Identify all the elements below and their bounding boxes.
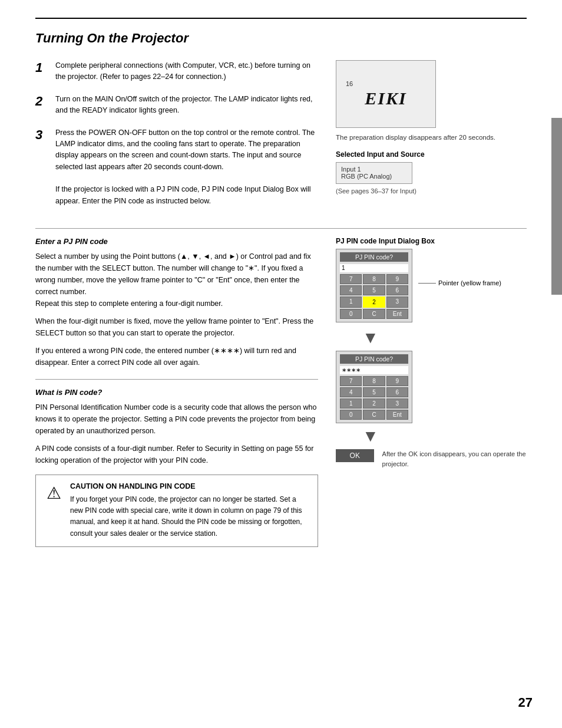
pin-dialog-title-1: PJ PIN code? (340, 252, 408, 262)
key-9b: 9 (386, 376, 408, 386)
key-8b: 8 (363, 376, 385, 386)
ok-caption: After the OK icon disappears, you can op… (382, 449, 527, 469)
pin-code-note: If the projector is locked with a PJ PIN… (55, 183, 318, 207)
top-border (35, 18, 527, 19)
key-5: 5 (363, 285, 385, 295)
section-divider-2 (35, 379, 318, 380)
pointer-label: Pointer (yellow frame) (438, 279, 501, 286)
key-4: 4 (340, 285, 362, 295)
key-0b: 0 (340, 410, 362, 420)
input-line: Input 1 (341, 166, 407, 173)
screen-caption: The preparation display disappears after… (336, 133, 527, 142)
section-divider-1 (35, 228, 527, 229)
step-2-text: Turn on the MAIN On/Off switch of the pr… (55, 94, 318, 117)
ok-box: OK (336, 449, 374, 462)
caution-text: If you forget your PIN code, the project… (70, 494, 309, 539)
key-9: 9 (386, 274, 408, 284)
top-content-layout: 1 Complete peripheral connections (with … (35, 60, 527, 218)
screen-number: 16 (346, 80, 353, 87)
key-1b: 1 (340, 398, 362, 409)
step-2-row: 2 Turn on the MAIN On/Off switch of the … (35, 94, 318, 117)
caution-title: CAUTION ON HANDLING PIN CODE (70, 482, 309, 490)
pin-dialog-box-2: PJ PIN code? ∗∗∗∗ 7 8 9 4 5 6 1 2 3 0 C … (336, 351, 412, 423)
key-8: 8 (363, 274, 385, 284)
step-3-row: 3 Press the POWER ON-OFF button on the t… (35, 127, 318, 173)
step-1-row: 1 Complete peripheral connections (with … (35, 60, 318, 83)
selected-input-label: Selected Input and Source (336, 150, 527, 159)
key-3: 3 (386, 297, 408, 308)
enter-pin-title: Enter a PJ PIN code (35, 237, 318, 246)
step-2-number: 2 (35, 94, 48, 117)
input-source-box: Input 1 RGB (PC Analog) (336, 162, 412, 184)
page-title: Turning On the Projector (35, 31, 527, 46)
key-7b: 7 (340, 376, 362, 386)
left-column: 1 Complete peripheral connections (with … (35, 60, 318, 218)
page-number: 27 (518, 695, 533, 710)
pin-input-2: ∗∗∗∗ (340, 366, 408, 374)
pin-bottom-row-2: 0 C Ent (340, 410, 408, 420)
input-caption: (See pages 36–37 for Input) (336, 187, 527, 195)
step-3-number: 3 (35, 127, 48, 173)
key-cb: C (363, 410, 385, 420)
key-2b: 2 (363, 398, 385, 409)
pin-input-1: 1 (340, 264, 408, 272)
what-is-pin-title: What is PIN code? (35, 388, 318, 397)
caution-box: ⚠ CAUTION ON HANDLING PIN CODE If you fo… (35, 475, 318, 547)
step-3-text: Press the POWER ON-OFF button on the top… (55, 127, 318, 173)
key-1: 1 (340, 297, 362, 308)
key-7: 7 (340, 274, 362, 284)
enter-pin-para2: When the four-digit number is fixed, mov… (35, 315, 318, 339)
pin-dialog-label: PJ PIN code Input Dialog Box (336, 237, 527, 245)
enter-pin-para3: If you entered a wrong PIN code, the ent… (35, 345, 318, 368)
key-6: 6 (386, 285, 408, 295)
key-ent: Ent (386, 309, 408, 319)
right-bottom: PJ PIN code Input Dialog Box PJ PIN code… (336, 237, 527, 553)
arrow-down-1: ▼ (362, 328, 527, 347)
page-container: Turning On the Projector 1 Complete peri… (0, 0, 562, 728)
step-1-number: 1 (35, 60, 48, 83)
caution-content: CAUTION ON HANDLING PIN CODE If you forg… (70, 482, 309, 539)
key-0: 0 (340, 309, 362, 319)
what-is-pin-para2: A PIN code consists of a four-digit numb… (35, 443, 318, 466)
right-column: 16 EIKI The preparation display disappea… (336, 60, 527, 218)
key-5b: 5 (363, 387, 385, 397)
startup-screen: 16 EIKI (336, 60, 436, 128)
source-line: RGB (PC Analog) (341, 173, 407, 180)
caution-icon: ⚠ (44, 482, 63, 539)
key-3b: 3 (386, 398, 408, 409)
what-is-pin-para1: PIN Personal Identification Number code … (35, 401, 318, 437)
key-4b: 4 (340, 387, 362, 397)
key-6b: 6 (386, 387, 408, 397)
left-bottom: Enter a PJ PIN code Select a number by u… (35, 237, 318, 553)
pin-keypad-2: 7 8 9 4 5 6 1 2 3 (340, 376, 408, 409)
pin-bottom-row-1: 0 C Ent (340, 309, 408, 319)
bottom-layout: Enter a PJ PIN code Select a number by u… (35, 237, 527, 553)
step-1-text: Complete peripheral connections (with Co… (55, 60, 318, 83)
key-2-highlight: 2 (363, 297, 385, 308)
pin-keypad-1: 7 8 9 4 5 6 1 2 3 (340, 274, 408, 308)
enter-pin-para1: Select a number by using the Point butto… (35, 251, 318, 309)
key-entb: Ent (386, 410, 408, 420)
key-c: C (363, 309, 385, 319)
sidebar-tab (551, 118, 562, 295)
pin-dialog-box-1: PJ PIN code? 1 7 8 9 4 5 6 1 2 3 0 (336, 249, 412, 322)
brand-logo: EIKI (365, 88, 406, 108)
pin-dialog-title-2: PJ PIN code? (340, 354, 408, 364)
arrow-down-2: ▼ (362, 427, 527, 446)
